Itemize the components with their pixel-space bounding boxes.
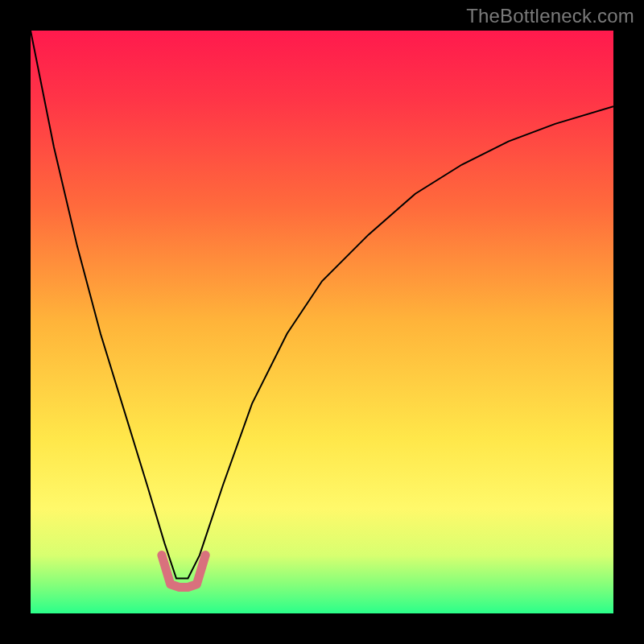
gradient-background [31, 31, 613, 613]
bottleneck-curve-svg [31, 31, 613, 613]
chart-frame: TheBottleneck.com [0, 0, 644, 644]
watermark-text: TheBottleneck.com [466, 5, 634, 27]
plot-area [31, 31, 613, 613]
